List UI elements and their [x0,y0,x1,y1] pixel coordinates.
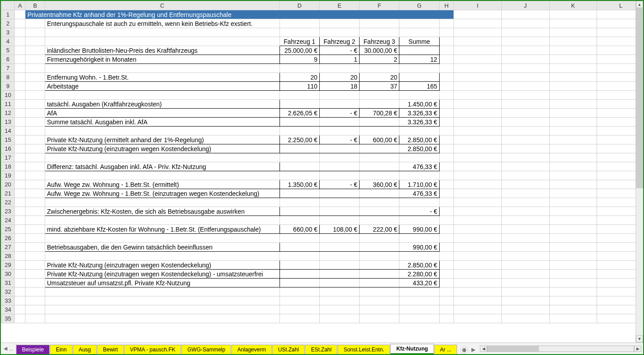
cell-F2[interactable] [360,19,399,28]
cell-J26[interactable] [501,234,549,243]
cell-J19[interactable] [501,171,549,180]
cell-K11[interactable] [549,100,597,109]
cell-J33[interactable] [501,296,549,305]
cell-D22[interactable] [280,198,319,207]
cell-G9[interactable]: 165 [399,82,439,91]
row-label-11[interactable]: tatsächl. Ausgaben (Kraftfahrzeugkosten) [45,100,280,109]
cell-J28[interactable] [501,252,549,261]
cell-K31[interactable] [549,279,597,287]
sheet-tab-ausg[interactable]: Ausg [73,345,97,354]
cell-A19[interactable] [15,171,25,180]
cell-I2[interactable] [454,19,502,28]
row-label-15[interactable]: Private Kfz-Nutzung (ermittelt anhand de… [45,135,280,144]
sheet-tab-kfz-nutzung[interactable]: Kfz-Nutzung [390,344,434,354]
sheet-tab-est-zahl[interactable]: ESt.Zahl [305,345,337,354]
row-label-9[interactable]: Arbeitstage [45,82,280,91]
cell-I31[interactable] [454,279,502,287]
cell-G29[interactable]: 2.850,00 € [399,261,439,270]
cell-B32[interactable] [25,287,45,296]
cell-F12[interactable]: 700,28 € [360,109,399,118]
row-label-23[interactable]: Zwischenergebnis: Kfz-Kosten, die sich a… [45,207,280,216]
cell-J8[interactable] [501,73,549,82]
sheet-tab-ar-[interactable]: Ar ... [434,345,457,354]
cell-H20[interactable] [439,180,454,189]
cell-I16[interactable] [454,144,502,153]
cell-A26[interactable] [15,234,25,243]
cell-H33[interactable] [439,296,454,305]
cell-G17[interactable] [399,153,439,162]
cell-F8[interactable]: 20 [360,73,399,82]
cell-I9[interactable] [454,82,502,91]
cell-E16[interactable] [319,144,359,153]
row-header-22[interactable]: 22 [1,198,15,207]
row-label-8[interactable]: Entfernung Wohn. - 1.Betr.St. [45,73,280,82]
cell-D31[interactable] [280,279,319,287]
cell-F35[interactable] [360,314,399,323]
cell-K35[interactable] [549,314,597,323]
cell-I11[interactable] [454,100,502,109]
cell-H24[interactable] [439,216,454,225]
cell-K19[interactable] [549,171,597,180]
cell-F26[interactable] [360,234,399,243]
scroll-down-button[interactable]: ▼ [636,335,643,342]
cell-J18[interactable] [501,162,549,171]
row-header-31[interactable]: 31 [1,279,15,287]
cell-D7[interactable] [280,64,319,73]
cell-E7[interactable] [319,64,359,73]
cell-G10[interactable] [399,91,439,100]
cell-E9[interactable]: 18 [319,82,359,91]
cell-H15[interactable] [439,135,454,144]
cell-G5[interactable] [399,46,439,55]
cell-A27[interactable] [15,243,25,252]
cell-F28[interactable] [360,252,399,261]
cell-K23[interactable] [549,207,597,216]
cell-B10[interactable] [25,91,45,100]
cell-H34[interactable] [439,305,454,314]
cell-B26[interactable] [25,234,45,243]
cell-J7[interactable] [501,64,549,73]
row-label-27[interactable]: Betriebsausgaben, die den Gewinn tatsäch… [45,243,280,252]
cell-A33[interactable] [15,296,25,305]
cell-I30[interactable] [454,270,502,279]
cell-B22[interactable] [25,198,45,207]
select-all-corner[interactable] [1,1,15,10]
col-header-E[interactable]: E [319,1,359,10]
cell-E10[interactable] [319,91,359,100]
cell-K34[interactable] [549,305,597,314]
cell-H3[interactable] [439,28,454,37]
cell-G32[interactable] [399,287,439,296]
cell-E35[interactable] [319,314,359,323]
cell-A9[interactable] [15,82,25,91]
cell-K6[interactable] [549,55,597,64]
cell-E31[interactable] [319,279,359,287]
cell-A8[interactable] [15,73,25,82]
cell-G13[interactable]: 3.326,33 € [399,118,439,127]
cell-K9[interactable] [549,82,597,91]
cell-K18[interactable] [549,162,597,171]
cell-D29[interactable] [280,261,319,270]
scroll-up-button[interactable]: ▲ [636,1,643,8]
cell-H30[interactable] [439,270,454,279]
cell-G4[interactable]: Summe [399,37,439,46]
cell-F5[interactable]: 30.000,00 € [360,46,399,55]
row-header-11[interactable]: 11 [1,100,15,109]
cell-B31[interactable] [25,279,45,287]
cell-C3[interactable] [45,28,280,37]
row-header-20[interactable]: 20 [1,180,15,189]
cell-A16[interactable] [15,144,25,153]
title-cell[interactable]: Privatentnahme Kfz anhand der 1%-Regelun… [25,10,454,19]
cell-H10[interactable] [439,91,454,100]
cell-D30[interactable] [280,270,319,279]
cell-H16[interactable] [439,144,454,153]
cell-C4[interactable] [45,37,280,46]
cell-D35[interactable] [280,314,319,323]
cell-I23[interactable] [454,207,502,216]
cell-A24[interactable] [15,216,25,225]
cell-A32[interactable] [15,287,25,296]
cell-K15[interactable] [549,135,597,144]
cell-B11[interactable] [25,100,45,109]
hscroll-thumb[interactable] [487,346,538,351]
cell-H26[interactable] [439,234,454,243]
cell-D20[interactable]: 1.350,00 € [280,180,319,189]
cell-J25[interactable] [501,225,549,234]
